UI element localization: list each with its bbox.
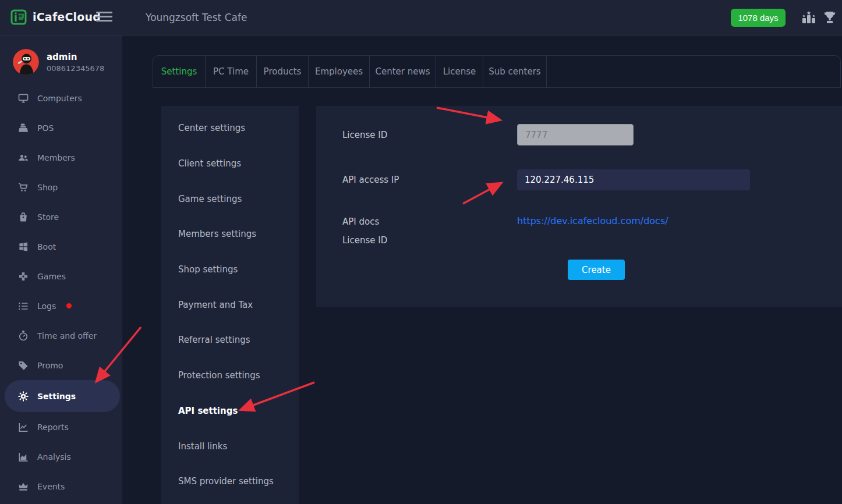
- user-phone: 008612345678: [47, 64, 104, 73]
- api-access-ip-input[interactable]: [517, 169, 750, 190]
- license-id-input: [517, 124, 634, 145]
- gear-icon: [17, 391, 29, 402]
- sidebar-item-analysis[interactable]: Analysis: [0, 442, 122, 471]
- sidebar-item-settings[interactable]: Settings: [5, 380, 120, 412]
- sidebar-item-logs[interactable]: Logs: [0, 291, 122, 321]
- sidebar-item-computers[interactable]: Computers: [0, 83, 122, 113]
- app-logo[interactable]: iCafeCloud: [10, 8, 101, 26]
- sidebar-item-reports[interactable]: Reports: [0, 412, 122, 442]
- stopwatch-icon: [17, 330, 29, 342]
- user-name: admin: [47, 52, 104, 62]
- module-tabs: Settings PC Time Products Employees Cent…: [153, 55, 841, 88]
- api-docs-link[interactable]: https://dev.icafecloud.com/docs/: [517, 215, 668, 226]
- sidebar-item-store[interactable]: Store: [0, 202, 122, 232]
- sidebar-item-boot[interactable]: Boot: [0, 232, 122, 261]
- sidebar-item-pos[interactable]: POS: [0, 113, 122, 143]
- brand-name: iCafeCloud: [33, 10, 101, 23]
- license-days-badge[interactable]: 1078 days: [731, 9, 786, 27]
- license-id-label-visible: License ID: [342, 130, 387, 140]
- submenu-client-settings[interactable]: Client settings: [161, 146, 299, 182]
- settings-submenu: Center settings Client settings Game set…: [161, 106, 299, 504]
- crown-icon: [17, 481, 29, 492]
- create-button[interactable]: Create: [568, 260, 625, 280]
- submenu-shop-settings[interactable]: Shop settings: [161, 252, 299, 288]
- tab-employees[interactable]: Employees: [309, 56, 370, 87]
- sidebar-item-shop[interactable]: Shop: [0, 172, 122, 202]
- sidebar-item-promo[interactable]: Promo: [0, 350, 122, 380]
- area-chart-icon: [17, 451, 29, 463]
- windows-icon: [17, 241, 29, 253]
- submenu-protection-settings[interactable]: Protection settings: [161, 358, 299, 393]
- tag-icon: [17, 360, 29, 371]
- sidebar-nav: Computers POS Members Shop Store Boot Ga…: [0, 83, 122, 501]
- monitor-icon: [17, 93, 29, 104]
- submenu-center-settings[interactable]: Center settings: [161, 111, 299, 146]
- menu-toggle-icon[interactable]: [96, 12, 112, 24]
- tab-settings[interactable]: Settings: [153, 56, 206, 87]
- tab-center-news[interactable]: Center news: [370, 56, 436, 87]
- submenu-referral-settings[interactable]: Referral settings: [161, 322, 299, 358]
- api-settings-form: License ID License ID API access IP API …: [316, 106, 842, 307]
- trophy-icon[interactable]: [822, 9, 838, 26]
- icafecloud-logo-icon: [10, 8, 28, 26]
- cash-register-icon: [17, 122, 29, 134]
- line-chart-icon: [17, 421, 29, 433]
- sidebar-item-members[interactable]: Members: [0, 143, 122, 172]
- submenu-members-settings[interactable]: Members settings: [161, 216, 299, 252]
- submenu-api-settings[interactable]: API settings: [161, 393, 299, 429]
- api-docs-label: API docs: [342, 216, 379, 227]
- list-icon: [17, 300, 29, 312]
- top-bar: iCafeCloud Youngzsoft Test Cafe 1078 day…: [0, 0, 842, 36]
- sidebar-item-games[interactable]: Games: [0, 261, 122, 291]
- submenu-sms-provider-settings[interactable]: SMS provider settings: [161, 464, 299, 499]
- sidebar-item-time-and-offer[interactable]: Time and offer: [0, 321, 122, 350]
- license-id-label: License ID: [342, 235, 387, 246]
- sidebar-item-events[interactable]: Events: [0, 471, 122, 501]
- cafe-title: Youngzsoft Test Cafe: [146, 0, 247, 36]
- api-access-ip-label: API access IP: [342, 175, 399, 185]
- tab-products[interactable]: Products: [257, 56, 309, 87]
- submenu-install-links[interactable]: Install links: [161, 428, 299, 464]
- user-profile[interactable]: admin 008612345678: [13, 49, 104, 75]
- logs-alert-dot: [66, 303, 72, 308]
- submenu-payment-and-tax[interactable]: Payment and Tax: [161, 287, 299, 322]
- submenu-game-settings[interactable]: Game settings: [161, 181, 299, 216]
- cart-icon: [17, 182, 29, 193]
- gamepad-icon: [17, 271, 29, 282]
- avatar: [13, 49, 39, 75]
- bag-icon: [17, 211, 29, 223]
- tab-sub-centers[interactable]: Sub centers: [483, 56, 547, 87]
- leaderboard-icon[interactable]: [801, 9, 817, 26]
- tab-license[interactable]: License: [436, 56, 483, 87]
- tab-pc-time[interactable]: PC Time: [206, 56, 257, 87]
- sidebar: admin 008612345678 Computers POS Members…: [0, 36, 122, 504]
- people-icon: [17, 152, 29, 164]
